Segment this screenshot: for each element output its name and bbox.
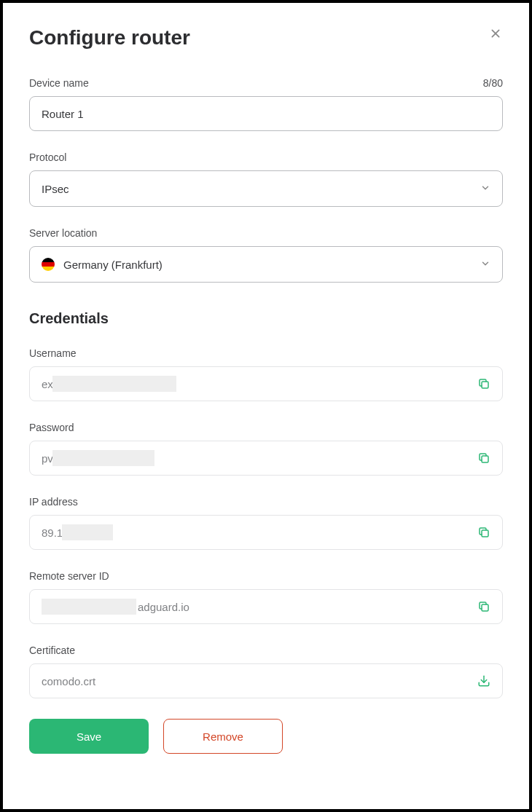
redacted-block [62,524,113,540]
ip-address-field: 89.1 [29,515,503,550]
germany-flag-icon [42,258,55,271]
server-location-label: Server location [29,227,97,239]
copy-username-button[interactable] [476,376,492,392]
password-label: Password [29,422,74,433]
remote-server-id-label: Remote server ID [29,570,109,582]
chevron-down-icon [480,183,490,195]
protocol-value: IPsec [42,183,69,195]
copy-remote-server-id-button[interactable] [476,599,492,615]
protocol-select[interactable]: IPsec [29,170,503,207]
download-certificate-button[interactable] [476,673,492,689]
remove-button[interactable]: Remove [163,719,283,754]
protocol-label: Protocol [29,151,66,163]
redacted-block [42,599,136,615]
certificate-label: Certificate [29,645,75,656]
remote-server-id-value-suffix: adguard.io [138,601,189,613]
password-field: pv [29,441,503,476]
close-button[interactable] [488,26,503,44]
svg-rect-3 [482,456,488,462]
copy-password-button[interactable] [476,450,492,466]
chevron-down-icon [480,259,490,271]
server-location-group: Server location Germany (Frankfurt) [29,227,503,283]
password-value-prefix: pv [42,452,53,465]
ip-address-label: IP address [29,496,78,508]
certificate-group: Certificate comodo.crt [29,645,503,698]
device-name-input[interactable] [29,96,503,131]
device-name-group: Device name 8/80 [29,77,503,131]
button-row: Save Remove [29,719,503,754]
remote-server-id-field: adguard.io [29,589,503,624]
copy-icon [477,600,490,613]
svg-rect-2 [482,382,488,388]
dialog-header: Configure router [29,26,503,50]
copy-ip-button[interactable] [476,524,492,540]
certificate-field: comodo.crt [29,663,503,698]
password-group: Password pv [29,422,503,476]
server-location-select[interactable]: Germany (Frankfurt) [29,246,503,283]
username-group: Username ex [29,347,503,401]
svg-rect-4 [482,530,488,537]
username-value-prefix: ex [42,378,53,390]
close-icon [490,28,501,39]
username-field: ex [29,366,503,401]
remote-server-id-group: Remote server ID adguard.io [29,570,503,624]
page-title: Configure router [29,26,190,50]
copy-icon [477,452,490,465]
device-name-label: Device name [29,77,89,89]
credentials-title: Credentials [29,310,503,327]
protocol-group: Protocol IPsec [29,151,503,207]
redacted-block [52,450,154,466]
ip-address-group: IP address 89.1 [29,496,503,550]
server-location-value: Germany (Frankfurt) [63,259,163,271]
certificate-value: comodo.crt [42,675,95,687]
copy-icon [477,526,490,539]
username-label: Username [29,347,77,359]
save-button[interactable]: Save [29,719,149,754]
ip-address-value-prefix: 89.1 [42,527,63,539]
device-name-count: 8/80 [483,77,503,89]
download-icon [477,674,490,687]
copy-icon [477,377,490,390]
redacted-block [52,376,176,392]
svg-rect-5 [482,604,488,611]
